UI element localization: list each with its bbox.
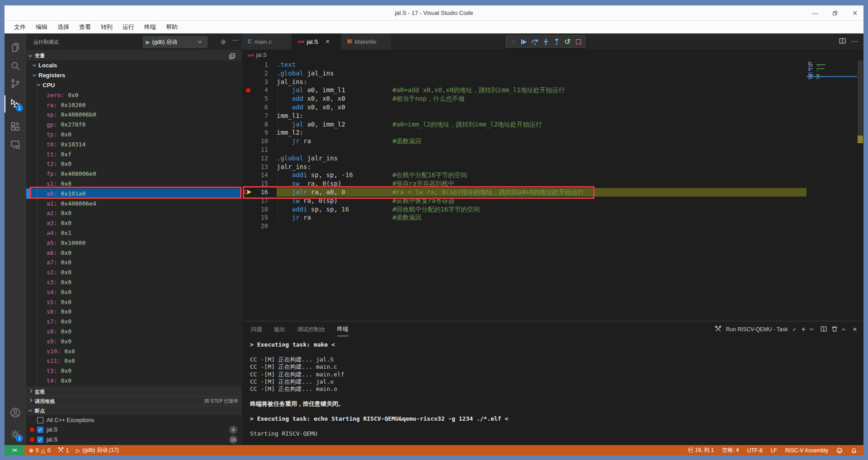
menu-terminal[interactable]: 终端	[140, 22, 160, 33]
tree-item-registers[interactable]: Registers	[26, 70, 242, 80]
line-number-gutter[interactable]: 17	[242, 197, 277, 205]
encoding[interactable]: UTF-8	[747, 447, 763, 454]
terminal-output[interactable]: > Executing task: make < CC -[M] 正在构建...…	[250, 341, 854, 443]
step-into-button[interactable]	[541, 37, 551, 47]
continue-button[interactable]: ▶	[519, 37, 529, 47]
tab-jal-s[interactable]: ASM jal.S ✕	[292, 33, 341, 50]
code-line-content[interactable]: imm_l1:	[277, 112, 807, 120]
register-row-a2[interactable]: a2:0x0	[26, 208, 242, 218]
breakpoint-row-1[interactable]: ✓jal.S4	[26, 425, 242, 435]
more-actions-icon[interactable]: ⋯	[232, 36, 239, 44]
register-row-s3[interactable]: s3:0x0	[26, 277, 242, 287]
line-number-gutter[interactable]: 3	[242, 78, 277, 86]
breakpoint-checkbox[interactable]: ✓	[37, 427, 43, 433]
line-number-gutter[interactable]: 6	[242, 103, 277, 112]
toolbar-drag-handle[interactable]: ∷	[508, 37, 518, 47]
register-row-a7[interactable]: a7:0x0	[26, 258, 242, 268]
breakpoint-row-0[interactable]: All C++ Exceptions	[26, 415, 242, 425]
terminal-task-label[interactable]: Run RISCV-QEMU - Task	[726, 326, 788, 333]
register-row-a6[interactable]: a6:0x0	[26, 248, 242, 258]
code-line-content[interactable]: jal_ins:	[277, 78, 807, 86]
cursor-position[interactable]: 行 16, 列 1	[688, 446, 714, 454]
code-line-content[interactable]: addi sp, sp, 16#回收栈中分配的16字节的空间	[277, 205, 807, 214]
menu-help[interactable]: 帮助	[162, 22, 182, 33]
line-number-gutter[interactable]: 9	[242, 128, 277, 137]
tab-output[interactable]: 输出	[274, 323, 285, 336]
register-row-zero[interactable]: zero:0x0	[26, 90, 242, 100]
search-icon[interactable]	[5, 56, 26, 76]
line-number-gutter[interactable]: 4	[242, 86, 277, 94]
code-line-content[interactable]	[277, 146, 807, 154]
code-line-content[interactable]: lw ra, 0(sp)#从栈中恢复ra寄存器	[277, 197, 807, 205]
split-editor-icon[interactable]	[839, 38, 846, 46]
step-over-button[interactable]	[530, 37, 540, 47]
breakpoints-section-header[interactable]: 断点	[26, 406, 242, 415]
register-row-tp[interactable]: tp:0x0	[26, 130, 242, 140]
code-line-content[interactable]: jr ra#函数返回	[277, 213, 807, 222]
step-out-button[interactable]	[552, 37, 561, 47]
code-line-6[interactable]: 6 add x0, x0, x0	[242, 103, 863, 112]
line-number-gutter[interactable]: 13	[242, 163, 277, 171]
breakpoint-dot-icon[interactable]	[246, 88, 250, 93]
tab-debug-console[interactable]: 调试控制台	[297, 323, 326, 336]
code-line-19[interactable]: 19 jr ra#函数返回	[242, 213, 863, 222]
menu-goto[interactable]: 转到	[97, 22, 117, 33]
code-line-18[interactable]: 18 addi sp, sp, 16#回收栈中分配的16字节的空间	[242, 205, 863, 214]
register-row-t3[interactable]: t3:0x0	[26, 366, 242, 376]
settings-gear-icon[interactable]: 1	[5, 424, 26, 444]
close-button[interactable]: ✕	[850, 8, 860, 18]
code-line-content[interactable]: sw ra, 0(sp)#保存ra寄存器到栈中	[277, 179, 807, 188]
register-row-a4[interactable]: a4:0x1	[26, 228, 242, 238]
line-number-gutter[interactable]: 15	[242, 179, 277, 188]
code-line-content[interactable]: jal a0, imm_l2#a0=imm_l2的地址，跳转到imm_l2地址处…	[277, 120, 807, 129]
register-row-s2[interactable]: s2:0x0	[26, 268, 242, 277]
editor-more-actions-icon[interactable]: ⋯	[851, 38, 858, 46]
code-line-content[interactable]: imm_l2:	[277, 128, 807, 137]
code-line-content[interactable]: add x0, x0, x0	[277, 103, 807, 112]
menu-file[interactable]: 文件	[10, 22, 30, 33]
code-line-15[interactable]: 15 sw ra, 0(sp)#保存ra寄存器到栈中	[242, 179, 863, 188]
code-line-content[interactable]: add x0, x0, x0#相当于nop，什么也不做	[277, 94, 807, 103]
extensions-icon[interactable]	[5, 117, 26, 136]
register-row-t4[interactable]: t4:0x0	[26, 376, 242, 386]
line-number-gutter[interactable]: 5	[242, 94, 277, 103]
menu-edit[interactable]: 编辑	[32, 22, 52, 33]
source-control-icon[interactable]	[5, 74, 26, 94]
code-line-content[interactable]: .global jal_ins	[277, 69, 807, 78]
indentation[interactable]: 空格: 4	[722, 446, 739, 454]
remote-explorer-icon[interactable]	[5, 135, 26, 155]
debug-session-status[interactable]: ▷ (gdb) 启动 (17)	[76, 446, 118, 454]
register-row-s6[interactable]: s6:0x0	[26, 307, 242, 317]
code-line-7[interactable]: 7imm_l1:	[242, 112, 863, 120]
restart-button[interactable]: ↺	[562, 37, 572, 47]
breakpoint-checkbox[interactable]: ✓	[37, 437, 43, 443]
launch-config-dropdown[interactable]: ▶ (gdb) 启动	[143, 36, 208, 48]
register-row-s1[interactable]: s1:0x0	[26, 179, 242, 189]
start-debug-icon[interactable]: ▶	[146, 39, 150, 45]
breadcrumb[interactable]: ASM jal.S	[242, 50, 863, 61]
code-line-14[interactable]: 14 addi sp, sp, -16#在栈中分配16字节的空间	[242, 171, 863, 179]
minimize-button[interactable]: —	[810, 8, 820, 18]
register-row-s8[interactable]: s8:0x0	[26, 327, 242, 337]
line-number-gutter[interactable]: 14	[242, 171, 277, 179]
register-row-s4[interactable]: s4:0x0	[26, 287, 242, 297]
code-line-content[interactable]: .text	[277, 61, 807, 69]
line-number-gutter[interactable]: 20	[242, 222, 277, 230]
register-row-s11[interactable]: s11:0x0	[26, 356, 242, 366]
register-row-a5[interactable]: a5:0x10000	[26, 238, 242, 248]
call-stack-section-header[interactable]: 调用堆栈 因 STEP 已暂停	[26, 396, 242, 406]
close-tab-icon[interactable]: ✕	[326, 38, 330, 45]
line-number-gutter[interactable]: 12	[242, 154, 277, 163]
code-line-content[interactable]: .global jalr_ins	[277, 154, 807, 163]
code-line-3[interactable]: 3jal_ins:	[242, 78, 863, 86]
tab-makefile[interactable]: M Makefile	[341, 33, 391, 50]
new-terminal-icon[interactable]: +	[802, 325, 806, 333]
line-number-gutter[interactable]: 1	[242, 61, 277, 69]
code-line-9[interactable]: 9imm_l2:	[242, 128, 863, 137]
register-row-fp[interactable]: fp:0x408006e0	[26, 169, 242, 179]
code-line-17[interactable]: 17 lw ra, 0(sp)#从栈中恢复ra寄存器	[242, 197, 863, 205]
editor-scrollbar[interactable]	[857, 61, 863, 321]
register-row-sp[interactable]: sp:0x408006b0	[26, 110, 242, 120]
line-number-gutter[interactable]: 19	[242, 213, 277, 222]
tab-terminal[interactable]: 终端	[337, 323, 349, 336]
